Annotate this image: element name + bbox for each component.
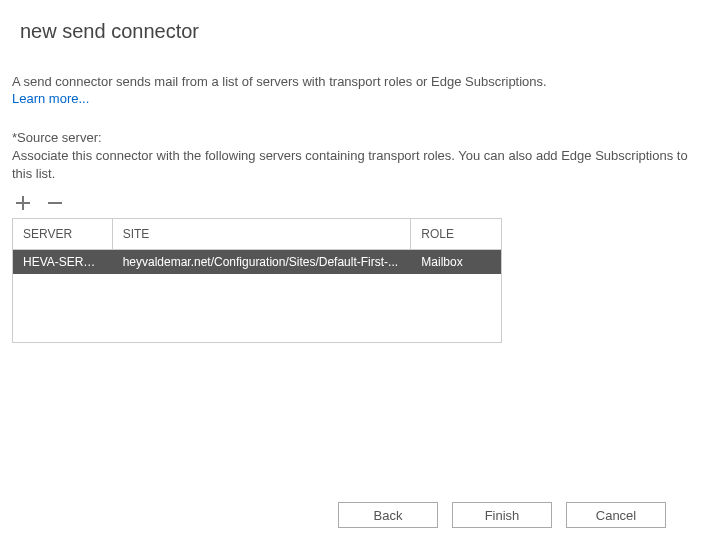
cancel-button[interactable]: Cancel xyxy=(566,502,666,528)
col-header-server[interactable]: SERVER xyxy=(13,219,113,249)
cell-server: HEVA-SERVE... xyxy=(13,250,113,274)
connector-description: A send connector sends mail from a list … xyxy=(12,73,689,91)
finish-button[interactable]: Finish xyxy=(452,502,552,528)
col-header-role[interactable]: ROLE xyxy=(411,219,501,249)
table-row[interactable]: HEVA-SERVE... heyvaldemar.net/Configurat… xyxy=(13,250,501,274)
wizard-footer: Back Finish Cancel xyxy=(338,502,666,528)
add-icon[interactable] xyxy=(12,192,34,214)
source-server-help: Associate this connector with the follow… xyxy=(12,147,689,183)
back-button[interactable]: Back xyxy=(338,502,438,528)
cell-site: heyvaldemar.net/Configuration/Sites/Defa… xyxy=(113,250,412,274)
grid-toolbar xyxy=(12,192,689,214)
learn-more-link[interactable]: Learn more... xyxy=(12,91,89,106)
page-title: new send connector xyxy=(20,20,689,43)
grid-body: HEVA-SERVE... heyvaldemar.net/Configurat… xyxy=(13,250,501,274)
source-server-grid: SERVER SITE ROLE HEVA-SERVE... heyvaldem… xyxy=(12,218,502,343)
remove-icon[interactable] xyxy=(44,192,66,214)
source-server-label: *Source server: xyxy=(12,130,689,145)
col-header-site[interactable]: SITE xyxy=(113,219,412,249)
cell-role: Mailbox xyxy=(411,250,501,274)
grid-header: SERVER SITE ROLE xyxy=(13,219,501,250)
